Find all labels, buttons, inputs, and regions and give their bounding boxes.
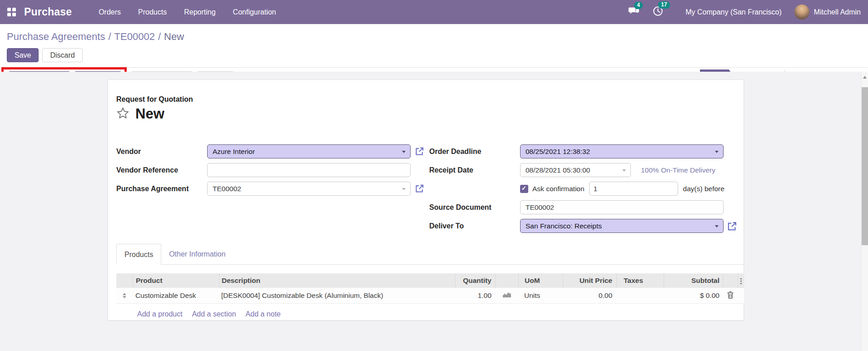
purchase-agreement-external-link-icon[interactable]: [414, 183, 425, 196]
header-uom[interactable]: UoM: [518, 273, 563, 288]
breadcrumb-active: New: [164, 31, 184, 42]
receipt-date-label: Receipt Date: [429, 166, 520, 174]
header-quantity[interactable]: Quantity: [455, 273, 495, 288]
save-button[interactable]: Save: [7, 48, 39, 62]
delete-line-trash-icon[interactable]: [727, 291, 734, 301]
activities-button[interactable]: 17: [652, 5, 664, 19]
vertical-scrollbar[interactable]: [861, 72, 868, 351]
cell-product[interactable]: Customizable Desk: [133, 292, 219, 300]
source-document-label: Source Document: [429, 203, 520, 212]
header-description[interactable]: Description: [219, 273, 455, 288]
favorite-star-icon[interactable]: [116, 107, 129, 121]
menu-orders[interactable]: Orders: [90, 0, 129, 24]
navbar-right: 4 17 My Company (San Francisco) Mitchell…: [628, 5, 861, 20]
activities-badge: 17: [658, 1, 670, 9]
main-menu: Orders Products Reporting Configuration: [90, 0, 285, 24]
apps-grid-icon[interactable]: [7, 8, 16, 16]
ask-confirmation-checkbox[interactable]: [520, 185, 528, 193]
breadcrumb: Purchase Agreements/TE00002/New: [0, 24, 868, 43]
scrollbar-thumb[interactable]: [862, 87, 868, 245]
chevron-down-icon: [402, 188, 406, 190]
chevron-down-icon: [715, 225, 719, 227]
header-taxes[interactable]: Taxes: [616, 273, 664, 288]
vendor-reference-input[interactable]: [207, 163, 411, 177]
deliver-to-value: San Francisco: Receipts: [526, 222, 602, 230]
order-deadline-value: 08/25/2021 12:38:32: [526, 148, 590, 156]
order-deadline-field[interactable]: 08/25/2021 12:38:32: [520, 144, 724, 158]
optional-columns-icon[interactable]: ⋮: [738, 277, 744, 284]
confirmation-days-input[interactable]: [589, 182, 678, 196]
deliver-to-external-link-icon[interactable]: [726, 221, 738, 234]
messages-button[interactable]: 4: [628, 6, 640, 18]
deliver-to-label: Deliver To: [429, 222, 520, 230]
company-switcher[interactable]: My Company (San Francisco): [685, 8, 782, 16]
vendor-reference-label: Vendor Reference: [116, 166, 207, 174]
source-document-input[interactable]: [520, 200, 724, 214]
forecast-chart-icon[interactable]: [502, 292, 511, 300]
page-title: New: [135, 106, 164, 122]
menu-products[interactable]: Products: [129, 0, 175, 24]
form-sheet: Request for Quotation New Vendor Azure I…: [108, 79, 744, 321]
drag-handle-icon[interactable]: [123, 293, 126, 298]
cell-uom[interactable]: Units: [518, 292, 563, 300]
scrollbar-up-icon[interactable]: [863, 76, 867, 79]
chevron-down-icon: [715, 151, 719, 153]
vendor-external-link-icon[interactable]: [414, 146, 425, 158]
cell-description[interactable]: [DESK0004] Customizable Desk (Aluminium,…: [219, 292, 455, 300]
chevron-down-icon: [622, 169, 626, 172]
tab-products[interactable]: Products: [116, 244, 161, 265]
user-menu[interactable]: Mitchell Admin: [814, 8, 861, 16]
table-header: Product Description Quantity UoM Unit Pr…: [116, 273, 744, 288]
field-grid: Vendor Azure Interior Vendor Reference: [116, 142, 735, 235]
purchase-agreement-field[interactable]: TE00002: [207, 182, 411, 196]
cell-unit-price[interactable]: 0.00: [563, 292, 616, 300]
notebook-tabs: Products Other Information: [116, 244, 744, 265]
discard-button[interactable]: Discard: [42, 48, 82, 62]
days-before-suffix: day(s) before: [683, 185, 724, 193]
breadcrumb-separator: /: [158, 31, 161, 42]
receipt-date-field[interactable]: 08/28/2021 05:30:00: [520, 163, 631, 177]
cell-quantity[interactable]: 1.00: [455, 292, 495, 300]
menu-reporting[interactable]: Reporting: [175, 0, 224, 24]
add-a-product-link[interactable]: Add a product: [137, 310, 183, 318]
ontime-delivery-note: 100% On-Time Delivery: [641, 166, 715, 174]
breadcrumb-separator: /: [108, 31, 111, 42]
header-product[interactable]: Product: [133, 273, 219, 288]
messages-badge: 4: [634, 2, 643, 9]
add-a-section-link[interactable]: Add a section: [192, 310, 236, 318]
purchase-agreement-value: TE00002: [213, 185, 241, 193]
vendor-field[interactable]: Azure Interior: [207, 144, 411, 158]
menu-configuration[interactable]: Configuration: [224, 0, 285, 24]
doc-type-label: Request for Quotation: [116, 95, 735, 104]
table-footer-links: Add a product Add a section Add a note: [116, 304, 744, 318]
breadcrumb-link-te00002[interactable]: TE00002: [114, 31, 155, 42]
receipt-date-value: 08/28/2021 05:30:00: [526, 166, 590, 174]
tab-other-information[interactable]: Other Information: [161, 244, 233, 264]
avatar[interactable]: [794, 5, 809, 20]
table-row[interactable]: Customizable Desk [DESK0004] Customizabl…: [116, 288, 744, 304]
record-buttons-row: Save Discard: [0, 43, 868, 67]
app-brand[interactable]: Purchase: [24, 6, 72, 18]
content-area: Request for Quotation New Vendor Azure I…: [0, 72, 868, 351]
ask-confirmation-label: Ask confirmation: [532, 185, 585, 193]
order-lines-table: Product Description Quantity UoM Unit Pr…: [116, 273, 744, 318]
order-deadline-label: Order Deadline: [429, 148, 520, 156]
vendor-label: Vendor: [116, 148, 207, 156]
purchase-agreement-label: Purchase Agreement: [116, 185, 207, 193]
chevron-down-icon: [402, 151, 406, 153]
deliver-to-field[interactable]: San Francisco: Receipts: [520, 219, 724, 233]
header-subtotal[interactable]: Subtotal: [664, 273, 723, 288]
vendor-value: Azure Interior: [213, 148, 255, 156]
add-a-note-link[interactable]: Add a note: [246, 310, 281, 318]
header-unit-price[interactable]: Unit Price: [563, 273, 616, 288]
cell-subtotal[interactable]: $ 0.00: [664, 292, 723, 300]
top-navbar: Purchase Orders Products Reporting Confi…: [0, 0, 868, 24]
breadcrumb-link-purchase-agreements[interactable]: Purchase Agreements: [7, 31, 105, 42]
